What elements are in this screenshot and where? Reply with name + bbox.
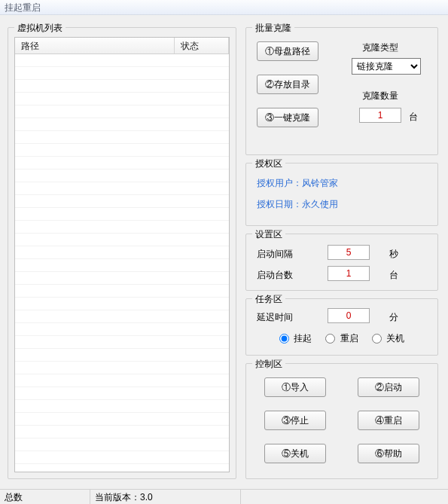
radio-shutdown[interactable] — [372, 334, 382, 344]
start-count-label: 启动台数 — [257, 269, 293, 282]
table-row — [15, 80, 229, 93]
table-row — [15, 170, 229, 182]
clone-count-unit: 台 — [409, 111, 418, 124]
table-row — [15, 349, 229, 362]
vm-list-rows — [15, 54, 229, 472]
group-vmlist: 虚拟机列表 路径 状态 — [8, 27, 236, 479]
clone-count-input[interactable] — [359, 108, 401, 123]
group-task-legend: 任务区 — [252, 293, 285, 306]
group-settings-legend: 设置区 — [252, 228, 285, 241]
start-interval-label: 启动间隔 — [257, 248, 293, 261]
table-row — [15, 131, 229, 144]
table-row — [15, 400, 229, 413]
table-row — [15, 182, 229, 195]
group-auth: 授权区 授权用户：风铃管家 授权日期：永久使用 — [245, 163, 438, 226]
status-version: 当前版本：3.0 — [90, 490, 241, 504]
table-row — [15, 195, 229, 208]
group-settings: 设置区 启动间隔 秒 启动台数 台 — [245, 234, 438, 291]
poweroff-button[interactable]: ⑤关机 — [264, 444, 326, 463]
table-row — [15, 336, 229, 349]
table-row — [15, 67, 229, 80]
table-row — [15, 272, 229, 285]
auth-date-value: 永久使用 — [302, 199, 338, 209]
table-row — [15, 323, 229, 336]
table-row — [15, 246, 229, 259]
parent-disk-path-button[interactable]: ①母盘路径 — [257, 41, 318, 61]
restart-button[interactable]: ④重启 — [358, 411, 419, 430]
start-interval-unit: 秒 — [389, 248, 398, 261]
one-click-clone-button[interactable]: ③一键克隆 — [257, 108, 318, 127]
table-row — [15, 413, 229, 426]
clone-type-select[interactable]: 链接克隆 — [352, 58, 421, 75]
delay-input[interactable] — [328, 308, 370, 323]
vm-listview[interactable]: 路径 状态 — [14, 37, 230, 472]
group-control: 控制区 ①导入 ②启动 ③停止 ④重启 ⑤关机 ⑥帮助 — [245, 363, 438, 479]
group-control-legend: 控制区 — [252, 358, 285, 371]
table-row — [15, 221, 229, 234]
status-bar: 总数 当前版本：3.0 — [0, 489, 448, 504]
auth-date-label: 授权日期： — [257, 199, 302, 209]
table-row — [15, 118, 229, 131]
status-version-value: 3.0 — [140, 492, 153, 502]
radio-restart-label: 重启 — [340, 333, 358, 344]
auth-user-value: 风铃管家 — [302, 178, 338, 188]
status-total: 总数 — [0, 490, 90, 504]
start-count-unit: 台 — [389, 269, 398, 282]
delay-unit: 分 — [389, 311, 398, 324]
radio-suspend[interactable] — [279, 334, 289, 344]
col-status[interactable]: 状态 — [175, 38, 229, 53]
vm-list-header: 路径 状态 — [15, 38, 229, 54]
table-row — [15, 93, 229, 105]
start-interval-input[interactable] — [328, 245, 370, 260]
table-row — [15, 374, 229, 387]
group-task: 任务区 延迟时间 分 挂起 重启 关机 — [245, 298, 438, 356]
client-area: 虚拟机列表 路径 状态 批量克隆 ①母盘路径 ②存放目录 ③一键克隆 克隆类型 … — [0, 15, 448, 504]
window-title: 挂起重启 — [5, 2, 41, 13]
table-row — [15, 54, 229, 67]
table-row — [15, 310, 229, 323]
radio-restart-wrap[interactable]: 重启 — [325, 332, 358, 345]
table-row — [15, 285, 229, 298]
status-version-label: 当前版本： — [95, 492, 140, 502]
group-auth-legend: 授权区 — [252, 157, 285, 170]
table-row — [15, 144, 229, 157]
auth-user-label: 授权用户： — [257, 178, 302, 188]
table-row — [15, 157, 229, 170]
titlebar: 挂起重启 — [0, 0, 448, 15]
clone-type-label: 克隆类型 — [362, 41, 398, 54]
table-row — [15, 451, 229, 464]
radio-shutdown-wrap[interactable]: 关机 — [372, 332, 404, 345]
window: 挂起重启 虚拟机列表 路径 状态 批量克隆 ①母盘路径 ②存放目录 ③一键克隆 … — [0, 0, 448, 504]
table-row — [15, 362, 229, 374]
table-row — [15, 234, 229, 246]
status-total-label: 总数 — [5, 492, 23, 502]
start-count-input[interactable] — [328, 266, 370, 281]
radio-suspend-wrap[interactable]: 挂起 — [279, 332, 312, 345]
start-button[interactable]: ②启动 — [358, 377, 419, 397]
table-row — [15, 387, 229, 400]
group-vmlist-legend: 虚拟机列表 — [14, 22, 66, 35]
table-row — [15, 464, 229, 472]
radio-suspend-label: 挂起 — [294, 333, 312, 344]
help-button[interactable]: ⑥帮助 — [358, 444, 419, 463]
col-path[interactable]: 路径 — [15, 38, 175, 53]
import-button[interactable]: ①导入 — [264, 377, 326, 397]
radio-restart[interactable] — [325, 334, 335, 344]
table-row — [15, 298, 229, 310]
table-row — [15, 105, 229, 118]
table-row — [15, 438, 229, 451]
table-row — [15, 426, 229, 438]
save-dir-button[interactable]: ②存放目录 — [257, 75, 318, 94]
group-clone: 批量克隆 ①母盘路径 ②存放目录 ③一键克隆 克隆类型 链接克隆 克隆数量 台 — [245, 27, 438, 155]
group-clone-legend: 批量克隆 — [252, 22, 294, 35]
clone-count-label: 克隆数量 — [362, 90, 398, 102]
delay-label: 延迟时间 — [257, 311, 293, 324]
stop-button[interactable]: ③停止 — [264, 411, 326, 430]
radio-shutdown-label: 关机 — [386, 333, 404, 344]
table-row — [15, 259, 229, 272]
table-row — [15, 208, 229, 221]
